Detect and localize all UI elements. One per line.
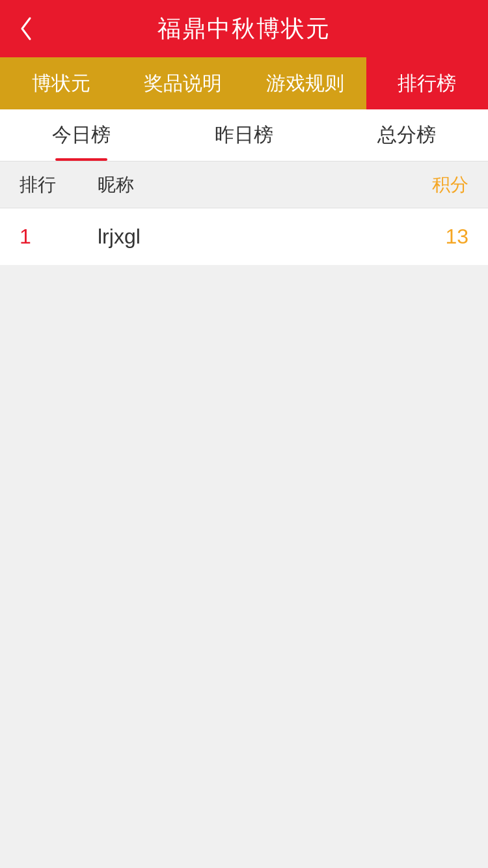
tab-bozhuangyuan[interactable]: 博状元 — [0, 57, 122, 109]
sub-tab-today[interactable]: 今日榜 — [0, 109, 163, 161]
table-body: 1 lrjxgl 13 — [0, 208, 488, 266]
header: 福鼎中秋博状元 — [0, 0, 488, 57]
page-title: 福鼎中秋博状元 — [157, 13, 331, 45]
column-score: 积分 — [390, 173, 468, 197]
table-header: 排行 昵称 积分 — [0, 161, 488, 208]
row-rank: 1 — [20, 225, 98, 249]
column-rank: 排行 — [20, 173, 98, 197]
back-button[interactable] — [18, 16, 34, 42]
sub-tab-yesterday[interactable]: 昨日榜 — [163, 109, 325, 161]
tab-paihangbang[interactable]: 排行榜 — [366, 57, 489, 109]
row-score: 13 — [390, 225, 468, 249]
sub-tab-total[interactable]: 总分榜 — [325, 109, 488, 161]
top-nav: 博状元 奖品说明 游戏规则 排行榜 — [0, 57, 488, 109]
row-nickname: lrjxgl — [98, 225, 390, 249]
tab-jiangpinshuoming[interactable]: 奖品说明 — [122, 57, 245, 109]
column-nickname: 昵称 — [98, 173, 390, 197]
tab-youxiguize[interactable]: 游戏规则 — [244, 57, 366, 109]
sub-tabs: 今日榜 昨日榜 总分榜 — [0, 109, 488, 161]
content-area — [0, 266, 488, 852]
table-row: 1 lrjxgl 13 — [0, 208, 488, 266]
